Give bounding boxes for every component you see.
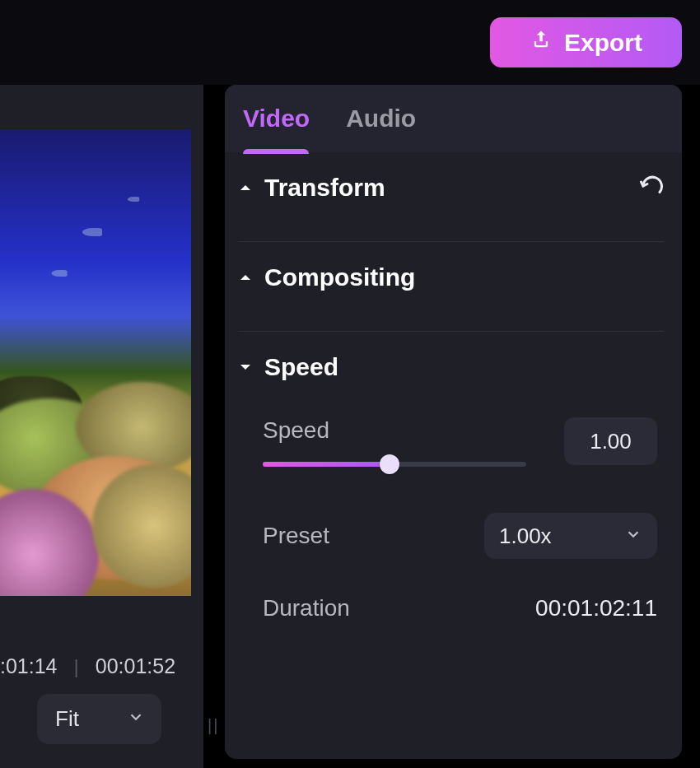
section-transform: Transform xyxy=(238,174,664,242)
section-toggle-compositing[interactable]: Compositing xyxy=(238,263,415,291)
speed-slider[interactable] xyxy=(263,462,526,467)
video-preview-content xyxy=(0,129,191,596)
reset-transform-button[interactable] xyxy=(639,174,664,202)
time-separator: | xyxy=(74,655,79,678)
slider-thumb[interactable] xyxy=(380,454,399,474)
fit-select[interactable]: Fit xyxy=(37,694,161,744)
preset-select[interactable]: 1.00x xyxy=(484,513,657,559)
section-title: Speed xyxy=(264,353,338,381)
section-title: Transform xyxy=(264,174,385,202)
speed-value-input[interactable]: 1.00 xyxy=(564,417,657,465)
time-display: :01:14 | 00:01:52 xyxy=(0,654,203,678)
section-title: Compositing xyxy=(264,263,415,291)
caret-up-icon xyxy=(238,180,253,195)
duration-label: Duration xyxy=(263,595,350,621)
properties-panel: Video Audio Transform xyxy=(225,85,682,759)
export-button[interactable]: Export xyxy=(490,17,682,67)
time-total: 00:01:52 xyxy=(96,654,175,678)
chevron-down-icon xyxy=(127,706,145,732)
chevron-down-icon xyxy=(624,524,642,549)
preview-panel: :01:14 | 00:01:52 Fit xyxy=(0,85,203,768)
tab-label: Audio xyxy=(346,105,416,132)
tab-audio[interactable]: Audio xyxy=(346,105,416,133)
preset-value: 1.00x xyxy=(499,524,552,549)
fit-label: Fit xyxy=(55,706,79,732)
caret-up-icon xyxy=(238,270,253,285)
section-speed: Speed Speed 1.00 xyxy=(238,353,664,643)
section-toggle-transform[interactable]: Transform xyxy=(238,174,385,202)
tab-label: Video xyxy=(243,105,310,132)
speed-label: Speed xyxy=(263,417,564,444)
section-compositing: Compositing xyxy=(238,263,664,332)
tab-video[interactable]: Video xyxy=(243,105,310,133)
time-current: :01:14 xyxy=(0,654,58,678)
speed-value: 1.00 xyxy=(590,429,632,454)
caret-down-icon xyxy=(238,360,253,375)
duration-value: 00:01:02:11 xyxy=(535,595,657,621)
panel-resize-handle[interactable]: || xyxy=(208,716,219,735)
top-bar: Export xyxy=(0,0,700,85)
undo-icon xyxy=(639,187,664,201)
video-preview[interactable] xyxy=(0,129,191,596)
export-label: Export xyxy=(564,29,642,57)
slider-fill xyxy=(263,462,390,467)
tabs: Video Audio xyxy=(225,85,682,152)
section-toggle-speed[interactable]: Speed xyxy=(238,353,338,381)
preset-label: Preset xyxy=(263,523,329,549)
export-icon xyxy=(530,28,553,57)
